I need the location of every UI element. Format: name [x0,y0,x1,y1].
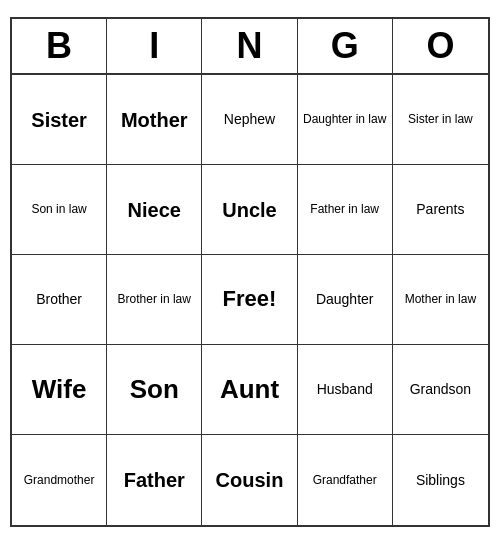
bingo-cell: Father in law [298,165,393,255]
bingo-cell: Son in law [12,165,107,255]
bingo-cell: Uncle [202,165,297,255]
bingo-cell: Brother [12,255,107,345]
bingo-cell: Sister in law [393,75,488,165]
bingo-cell: Grandmother [12,435,107,525]
bingo-cell: Aunt [202,345,297,435]
bingo-cell: Grandfather [298,435,393,525]
header-letter: N [202,19,297,73]
bingo-cell: Free! [202,255,297,345]
bingo-cell: Mother in law [393,255,488,345]
header-letter: I [107,19,202,73]
bingo-cell: Mother [107,75,202,165]
bingo-cell: Father [107,435,202,525]
header-letter: B [12,19,107,73]
header-letter: G [298,19,393,73]
bingo-header: BINGO [12,19,488,75]
bingo-cell: Niece [107,165,202,255]
header-letter: O [393,19,488,73]
bingo-cell: Daughter [298,255,393,345]
bingo-cell: Daughter in law [298,75,393,165]
bingo-cell: Cousin [202,435,297,525]
bingo-cell: Sister [12,75,107,165]
bingo-cell: Siblings [393,435,488,525]
bingo-card: BINGO SisterMotherNephewDaughter in lawS… [10,17,490,527]
bingo-cell: Nephew [202,75,297,165]
bingo-cell: Husband [298,345,393,435]
bingo-cell: Son [107,345,202,435]
bingo-cell: Parents [393,165,488,255]
bingo-grid: SisterMotherNephewDaughter in lawSister … [12,75,488,525]
bingo-cell: Brother in law [107,255,202,345]
bingo-cell: Grandson [393,345,488,435]
bingo-cell: Wife [12,345,107,435]
